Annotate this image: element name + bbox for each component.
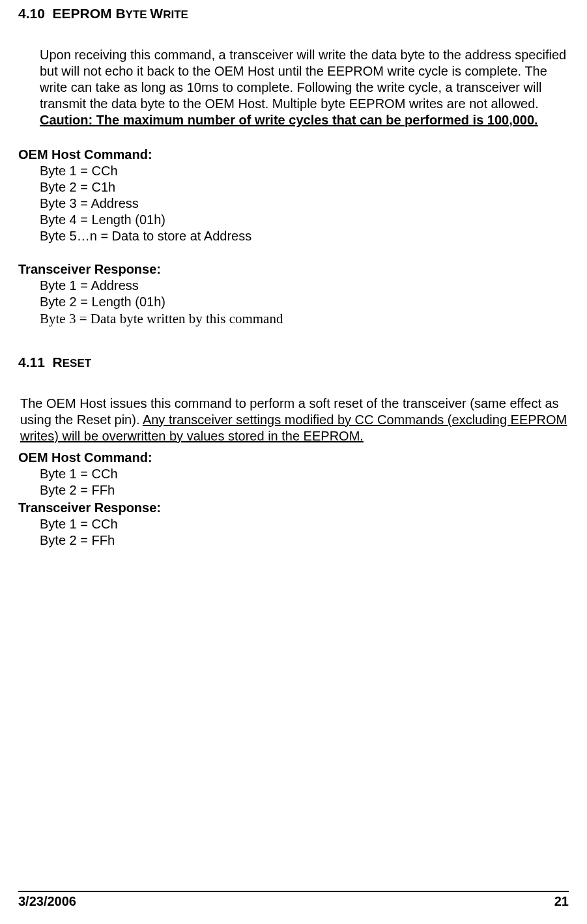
byte-line: Byte 5…n = Data to store at Address <box>40 228 569 244</box>
page: 4.10 EEPROM BYTE WRITE Upon receiving th… <box>0 0 587 924</box>
section-number: 4.11 <box>18 354 45 369</box>
host-command-bytes-410: Byte 1 = CChByte 2 = C1hByte 3 = Address… <box>40 163 569 244</box>
byte-line: Byte 1 = CCh <box>40 516 569 532</box>
oem-host-command-label: OEM Host Command: <box>18 450 569 466</box>
caution-text: Caution: The maximum number of write cyc… <box>40 113 538 127</box>
byte-line-serif: Byte 3 = Data byte written by this comma… <box>40 310 569 327</box>
byte-line: Byte 2 = FFh <box>40 532 569 549</box>
byte-line: Byte 1 = Address <box>40 278 569 294</box>
footer-page-number: 21 <box>554 893 569 910</box>
footer-date: 3/23/2006 <box>18 893 76 910</box>
heading-part-sc: RITE <box>163 8 188 21</box>
section-4-10-body: Upon receiving this command, a transceiv… <box>40 47 567 128</box>
transceiver-response-label: Transceiver Response: <box>18 500 569 516</box>
byte-line: Byte 2 = Length (01h) <box>40 294 569 310</box>
footer-rule <box>18 891 569 892</box>
body-text: Upon receiving this command, a transceiv… <box>40 48 566 111</box>
heading-part: EEPROM B <box>53 6 126 21</box>
response-bytes-411: Byte 1 = CChByte 2 = FFh <box>40 516 569 549</box>
byte-line: Byte 1 = CCh <box>40 163 569 179</box>
byte-line: Byte 3 = Address <box>40 195 569 212</box>
section-number: 4.10 <box>18 6 45 21</box>
section-4-11-body: The OEM Host issues this command to perf… <box>20 396 569 444</box>
heading-part: W <box>150 6 163 21</box>
heading-part-sc: YTE <box>126 8 150 21</box>
byte-line: Byte 4 = Length (01h) <box>40 212 569 228</box>
heading-part: R <box>53 354 63 369</box>
section-4-11-heading: 4.11 RESET <box>18 354 569 371</box>
byte-line: Byte 2 = FFh <box>40 482 569 498</box>
heading-part-sc: ESET <box>63 357 91 369</box>
response-bytes-410: Byte 1 = AddressByte 2 = Length (01h) By… <box>40 278 569 327</box>
host-command-bytes-411: Byte 1 = CChByte 2 = FFh <box>40 466 569 498</box>
byte-line: Byte 2 = C1h <box>40 179 569 195</box>
page-footer: 3/23/2006 21 <box>0 891 587 910</box>
oem-host-command-label: OEM Host Command: <box>18 147 569 163</box>
section-4-10-heading: 4.10 EEPROM BYTE WRITE <box>18 5 569 22</box>
byte-line: Byte 1 = CCh <box>40 466 569 482</box>
transceiver-response-label: Transceiver Response: <box>18 261 569 278</box>
